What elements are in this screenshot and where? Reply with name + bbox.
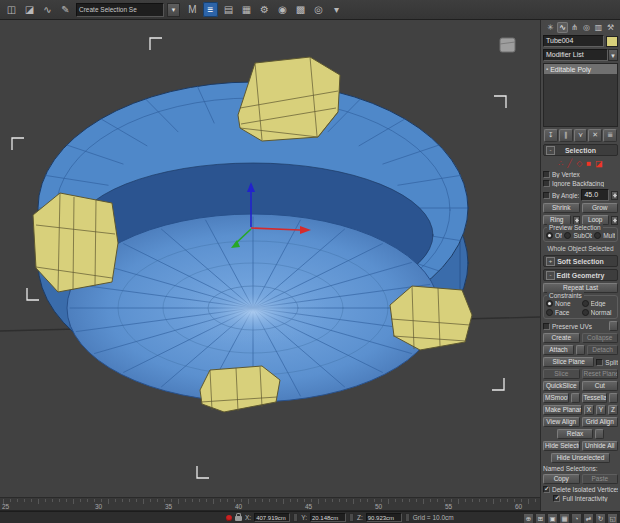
utilities-tab[interactable]: ⚒ [605, 22, 616, 33]
remove-modifier-icon[interactable]: ✕ [588, 129, 602, 142]
viewport-canvas[interactable] [0, 20, 540, 497]
attach-button[interactable]: Attach [543, 345, 574, 355]
layer-manager-icon[interactable]: ▤ [221, 2, 236, 17]
attach-settings-button[interactable] [576, 345, 585, 355]
configure-modifier-sets-icon[interactable]: ≣ [603, 129, 617, 142]
scene-explorer-icon[interactable]: ▦ [239, 2, 254, 17]
hide-unselected-button[interactable]: Hide Unselected [551, 453, 610, 463]
hierarchy-tab[interactable]: ⋔ [569, 22, 580, 33]
chevron-down-icon[interactable]: ▼ [167, 3, 180, 17]
y-coordinate-field[interactable]: 20.148cm [310, 513, 346, 522]
align-icon[interactable]: ≡ [203, 2, 218, 17]
orbit-icon[interactable]: ↻ [595, 513, 606, 523]
detach-button[interactable]: Detach [587, 345, 618, 355]
pan-icon[interactable]: ⇄ [583, 513, 594, 523]
zoom-extents-icon[interactable]: ▣ [547, 513, 558, 523]
collapse-icon[interactable]: - [546, 146, 555, 155]
x-coordinate-field[interactable]: 407.919cm [254, 513, 290, 522]
by-angle-value[interactable]: 45.0 [581, 189, 609, 201]
element-icon[interactable]: ◪ [595, 159, 603, 168]
unhide-all-button[interactable]: Unhide All [582, 441, 619, 451]
show-end-result-icon[interactable]: ∥ [559, 129, 573, 142]
select-and-link-icon[interactable]: ◫ [4, 2, 19, 17]
grow-button[interactable]: Grow [582, 203, 619, 213]
by-angle-checkbox[interactable] [543, 192, 550, 199]
vertex-icon[interactable]: ∴ [558, 159, 563, 168]
preview-multi-radio[interactable] [594, 232, 601, 239]
relax-settings-button[interactable] [595, 429, 604, 439]
bind-to-space-warp-icon[interactable]: ∿ [40, 2, 55, 17]
make-planar-button[interactable]: Make Planar [543, 405, 582, 415]
set-key-icon[interactable] [226, 515, 232, 521]
slice-button[interactable]: Slice [543, 369, 580, 379]
planar-y-button[interactable]: Y [596, 405, 606, 415]
split-checkbox[interactable] [596, 359, 603, 366]
zoom-extents-all-icon[interactable]: ▦ [559, 513, 570, 523]
by-angle-spinner[interactable] [611, 191, 618, 200]
modifier-stack[interactable]: ▪Editable Poly [543, 63, 618, 127]
loop-spinner[interactable] [611, 216, 618, 225]
view-align-button[interactable]: View Align [543, 417, 580, 427]
edge-icon[interactable]: ╱ [567, 159, 572, 168]
create-button[interactable]: Create [543, 333, 580, 343]
delete-isolated-vertices-checkbox[interactable] [543, 486, 550, 493]
named-selection-set-combo[interactable]: Create Selection Se [76, 3, 164, 17]
collapse-icon[interactable]: - [546, 271, 555, 280]
soft-selection-rollout-header[interactable]: + Soft Selection [543, 255, 618, 267]
track-bar[interactable]: 2530354045505560 [0, 497, 540, 511]
pin-stack-icon[interactable]: ↧ [544, 129, 558, 142]
material-editor-icon[interactable]: ◉ [275, 2, 290, 17]
field-of-view-icon[interactable]: ◔ [571, 513, 582, 523]
relax-button[interactable]: Relax [557, 429, 593, 439]
edit-named-selection-sets-icon[interactable]: ✎ [58, 2, 73, 17]
display-tab[interactable]: ▥ [593, 22, 604, 33]
selection-lock-icon[interactable] [235, 516, 242, 521]
tessellate-settings-button[interactable] [609, 393, 618, 403]
constraint-edge-radio[interactable] [582, 300, 589, 307]
preview-off-radio[interactable] [546, 232, 553, 239]
unlink-selection-icon[interactable]: ◪ [22, 2, 37, 17]
z-coordinate-field[interactable]: 90.923cm [366, 513, 402, 522]
create-tab[interactable]: ✳ [545, 22, 556, 33]
constraint-none-radio[interactable] [546, 300, 553, 307]
msmooth-settings-button[interactable] [571, 393, 580, 403]
object-name-field[interactable]: Tube004 [543, 35, 604, 47]
quickslice-button[interactable]: QuickSlice [543, 381, 580, 391]
stack-item-editable-poly[interactable]: ▪Editable Poly [544, 64, 617, 74]
shrink-button[interactable]: Shrink [543, 203, 580, 213]
copy-button[interactable]: Copy [543, 474, 580, 484]
by-vertex-checkbox[interactable] [543, 171, 550, 178]
hide-selected-button[interactable]: Hide Selected [543, 441, 580, 451]
maximize-viewport-icon[interactable]: ◱ [607, 513, 618, 523]
selection-rollout-header[interactable]: - Selection [543, 144, 618, 156]
ignore-backfacing-checkbox[interactable] [543, 180, 550, 187]
render-setup-icon[interactable]: ▩ [293, 2, 308, 17]
planar-x-button[interactable]: X [584, 405, 594, 415]
chevron-down-icon[interactable]: ▼ [608, 49, 618, 61]
edit-geometry-rollout-header[interactable]: - Edit Geometry [543, 269, 618, 281]
expand-icon[interactable]: + [546, 257, 555, 266]
helper-box-object[interactable] [500, 38, 515, 52]
collapse-button[interactable]: Collapse [582, 333, 619, 343]
cut-button[interactable]: Cut [582, 381, 619, 391]
flyout-arrow-icon[interactable]: ▾ [329, 2, 344, 17]
slice-plane-button[interactable]: Slice Plane [543, 357, 594, 367]
preserve-uvs-settings-button[interactable] [609, 321, 618, 331]
modifier-list-dropdown[interactable]: Modifier List [543, 49, 608, 61]
motion-tab[interactable]: ◎ [581, 22, 592, 33]
constraint-face-radio[interactable] [546, 309, 553, 316]
preview-subobj-radio[interactable] [564, 232, 571, 239]
full-interactivity-checkbox[interactable] [553, 495, 560, 502]
modify-tab[interactable]: ∿ [557, 22, 568, 33]
snaps-toggle-icon[interactable]: ⚙ [257, 2, 272, 17]
reset-plane-button[interactable]: Reset Plane [582, 369, 619, 379]
x-spinner[interactable] [293, 513, 298, 522]
polygon-icon[interactable]: ■ [586, 159, 591, 168]
z-spinner[interactable] [405, 513, 410, 522]
object-color-swatch[interactable] [606, 36, 618, 47]
make-unique-icon[interactable]: ⋎ [574, 129, 588, 142]
tessellate-button[interactable]: Tessellate [582, 393, 608, 403]
zoom-icon[interactable]: ⊕ [523, 513, 534, 523]
mirror-icon[interactable]: M [185, 2, 200, 17]
planar-z-button[interactable]: Z [608, 405, 618, 415]
